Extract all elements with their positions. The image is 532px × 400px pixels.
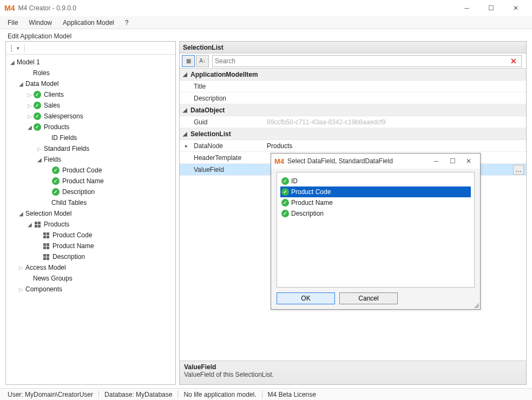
cancel-button[interactable]: Cancel: [339, 292, 398, 304]
caret-icon[interactable]: ◢: [183, 131, 191, 137]
caret-icon[interactable]: ◢: [27, 124, 33, 130]
toolbar-menu-icon[interactable]: ⋮: [8, 44, 15, 52]
status-user: User: MyDomain\CreatorUser: [2, 391, 99, 398]
ellipsis-button[interactable]: …: [513, 165, 524, 175]
caret-icon[interactable]: ▸: [185, 143, 192, 149]
tree-roles[interactable]: Roles: [32, 69, 50, 77]
tree-sm-products[interactable]: Products: [43, 221, 69, 228]
window-title: M4 Creator - 0.9.0.0: [18, 4, 76, 12]
tree-product-code[interactable]: Product Code: [61, 166, 102, 174]
tree-standard-fields[interactable]: Standard Fields: [43, 145, 89, 152]
prop-datanode-key[interactable]: ▸DataNode: [180, 142, 264, 150]
list-item[interactable]: ✓Description: [280, 208, 471, 219]
clear-search-icon[interactable]: ✕: [508, 57, 519, 65]
check-icon: ✓: [281, 177, 289, 185]
caret-icon[interactable]: ◢: [36, 157, 43, 163]
check-icon: ✓: [34, 123, 41, 131]
tree-product-name[interactable]: Product Name: [61, 177, 104, 185]
cat-data-object[interactable]: DataObject: [191, 106, 225, 114]
dialog-title: Select DataField, StandardDataField: [287, 157, 393, 165]
check-icon: ✓: [52, 188, 60, 196]
prop-description-key[interactable]: Description: [180, 95, 264, 102]
menu-file[interactable]: File: [2, 18, 23, 28]
tree-components[interactable]: Components: [24, 285, 62, 293]
caret-icon[interactable]: ▷: [27, 103, 33, 109]
check-icon: ✓: [34, 91, 41, 98]
close-button[interactable]: ✕: [503, 0, 528, 16]
caret-icon[interactable]: ▷: [27, 92, 33, 98]
tree-data-model[interactable]: Data Model: [24, 80, 58, 88]
menu-help[interactable]: ?: [120, 18, 134, 28]
tree-selection-model[interactable]: Selection Model: [24, 210, 71, 217]
dialog-list[interactable]: ✓ID ✓Product Code ✓Product Name ✓Descrip…: [277, 172, 475, 288]
menu-application-model[interactable]: Application Model: [57, 18, 120, 28]
grid-icon: [35, 222, 41, 228]
cat-selection-list[interactable]: SelectionList: [191, 130, 231, 138]
prop-header-template-key[interactable]: HeaderTemplate: [180, 154, 264, 162]
tree-fields[interactable]: Fields: [43, 156, 61, 163]
tree-child-tables[interactable]: Child Tables: [50, 199, 87, 206]
search-input[interactable]: [215, 57, 508, 65]
ok-button[interactable]: OK: [277, 292, 335, 304]
tree-sales[interactable]: Sales: [43, 102, 60, 109]
prop-title-key[interactable]: Title: [180, 83, 264, 90]
tree-sm-product-code[interactable]: Product Code: [51, 231, 92, 239]
tree-products[interactable]: Products: [43, 123, 69, 131]
tree-id-fields[interactable]: ID Fields: [50, 134, 77, 142]
titlebar: M4 M4 Creator - 0.9.0.0 ─ ☐ ✕: [0, 0, 532, 16]
dialog-button-row: OK Cancel: [271, 290, 480, 309]
list-item[interactable]: ✓ID: [280, 176, 471, 186]
prop-guid-key[interactable]: Guid: [180, 118, 264, 126]
list-item[interactable]: ✓Product Name: [280, 197, 471, 208]
caret-icon[interactable]: ◢: [27, 222, 33, 228]
caret-icon[interactable]: ◢: [18, 211, 24, 217]
list-item[interactable]: ✓Product Code: [280, 186, 471, 197]
footer-prop-name: ValueField: [184, 363, 522, 371]
tree-model-root[interactable]: Model 1: [16, 58, 40, 66]
tree-description[interactable]: Description: [61, 188, 95, 196]
check-icon: ✓: [34, 102, 41, 109]
status-database: Database: MyDatabase: [99, 391, 178, 398]
caret-icon[interactable]: ◢: [9, 59, 16, 65]
dialog-close-button[interactable]: ✕: [461, 157, 477, 165]
model-tree[interactable]: ◢Model 1 ▸Roles ◢Data Model ▷✓Clients ▷✓…: [6, 55, 175, 384]
caret-icon[interactable]: ▷: [36, 146, 43, 152]
check-icon: ✓: [281, 210, 289, 217]
tree-salespersons[interactable]: Salespersons: [43, 112, 83, 120]
maximize-button[interactable]: ☐: [479, 0, 503, 16]
categorized-button[interactable]: ▦: [182, 55, 195, 67]
dialog-maximize-button[interactable]: ☐: [444, 157, 461, 165]
alphabetical-button[interactable]: A↓: [196, 55, 209, 67]
caret-icon[interactable]: ▷: [18, 286, 24, 292]
search-box[interactable]: ✕: [212, 55, 522, 67]
grid-icon: [43, 254, 49, 260]
caret-icon[interactable]: ▷: [27, 114, 33, 119]
property-panel: SelectionList ▦ A↓ ✕ ◢ApplicationModelIt…: [179, 41, 527, 385]
panel-title: Edit Application Model: [5, 31, 527, 41]
tree-toolbar: ⋮ ▾ │: [6, 42, 175, 55]
tree-clients[interactable]: Clients: [43, 91, 64, 98]
app-logo: M4: [4, 4, 15, 12]
caret-icon[interactable]: ▷: [18, 265, 24, 271]
check-icon: ✓: [281, 188, 289, 196]
minimize-button[interactable]: ─: [455, 0, 479, 16]
menu-window[interactable]: Window: [23, 18, 57, 28]
prop-guid-val: 89ccfb50-c711-43aa-8342-c19b8aaedcf9: [264, 118, 526, 126]
propgrid-toolbar: ▦ A↓ ✕: [180, 54, 526, 69]
cat-application-model-item[interactable]: ApplicationModelItem: [191, 71, 258, 78]
caret-icon[interactable]: ◢: [183, 107, 191, 113]
select-datafield-dialog: M4 Select DataField, StandardDataField ─…: [271, 153, 481, 310]
menubar: File Window Application Model ?: [0, 16, 532, 29]
toolbar-dropdown-icon[interactable]: ▾: [17, 45, 19, 51]
caret-icon[interactable]: ◢: [183, 71, 191, 77]
prop-datanode-val[interactable]: Products: [264, 142, 526, 150]
resize-grip-icon[interactable]: [472, 302, 479, 308]
tree-sm-product-name[interactable]: Product Name: [51, 242, 94, 250]
dialog-titlebar: M4 Select DataField, StandardDataField ─…: [271, 154, 480, 169]
dialog-minimize-button[interactable]: ─: [428, 157, 444, 165]
caret-icon[interactable]: ◢: [18, 81, 24, 87]
tree-news-groups[interactable]: News Groups: [32, 275, 73, 282]
tree-sm-description[interactable]: Description: [51, 253, 85, 261]
prop-valuefield-key[interactable]: ValueField: [180, 166, 264, 174]
tree-access-model[interactable]: Access Model: [24, 264, 66, 271]
